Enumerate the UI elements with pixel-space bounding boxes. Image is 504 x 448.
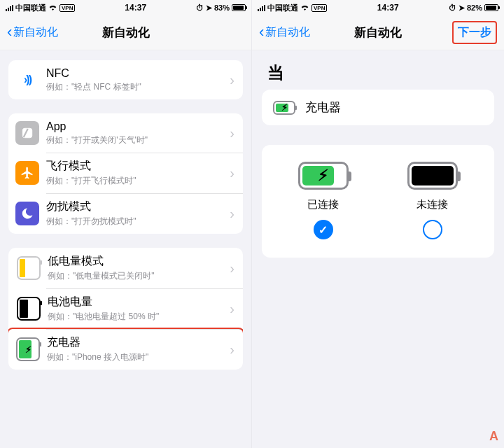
back-label: 新自动化 <box>13 25 58 40</box>
option-label: 未连接 <box>416 198 448 211</box>
battery-text: 83% <box>214 4 230 12</box>
next-button[interactable]: 下一步 <box>452 21 497 44</box>
vpn-badge: VPN <box>59 4 75 12</box>
section-label-when: 当 <box>267 62 504 84</box>
chevron-left-icon: ‹ <box>259 24 264 40</box>
battery-disconnected-icon <box>407 162 458 190</box>
trigger-row-airplane[interactable]: 飞行模式 例如："打开飞行模式时" › <box>8 153 243 193</box>
battery-icon <box>232 4 246 11</box>
chevron-right-icon: › <box>230 125 234 141</box>
row-subtitle: 例如："打开或关闭'天气'时" <box>46 134 230 146</box>
battery-connected-icon: ⚡︎ <box>298 162 349 190</box>
back-button[interactable]: ‹ 新自动化 <box>7 25 58 40</box>
charger-options: ⚡︎ 已连接 ✓ 未连接 <box>262 145 494 258</box>
option-connected[interactable]: ⚡︎ 已连接 ✓ <box>273 162 374 239</box>
chevron-right-icon: › <box>230 72 234 88</box>
carrier-label: 中国联通 <box>267 3 298 13</box>
status-bar: 中国联通 VPN 14:37 ⏱ ➤ 83% <box>0 0 251 15</box>
row-subtitle: 例如："打开勿扰模式时" <box>46 216 230 227</box>
chevron-right-icon: › <box>230 206 234 222</box>
chevron-right-icon: › <box>230 301 234 317</box>
alarm-icon: ⏱ <box>196 4 204 12</box>
row-title: 飞行模式 <box>46 159 230 174</box>
radio-selected-icon[interactable]: ✓ <box>314 220 333 239</box>
row-title: 勿扰模式 <box>46 200 230 214</box>
chevron-right-icon: › <box>230 260 234 276</box>
charger-icon: ⚡︎ <box>273 101 295 115</box>
location-icon: ➤ <box>458 4 465 13</box>
alarm-icon: ⏱ <box>449 4 456 12</box>
row-title: App <box>46 120 230 133</box>
chevron-right-icon: › <box>230 165 234 181</box>
app-icon <box>15 121 39 145</box>
trigger-row-lowpower[interactable]: 低电量模式 例如："低电量模式已关闭时" › <box>8 248 243 288</box>
wifi-icon <box>48 4 57 12</box>
nav-bar: ‹ 新自动化 新自动化 下一步 <box>252 15 504 50</box>
vpn-badge: VPN <box>312 4 327 12</box>
trigger-row-dnd[interactable]: 勿扰模式 例如："打开勿扰模式时" › <box>8 193 243 234</box>
signal-icon <box>258 5 265 11</box>
status-time: 14:37 <box>125 3 146 13</box>
trigger-group: App 例如："打开或关闭'天气'时" › 飞行模式 例如："打开飞行模式时" … <box>8 113 243 234</box>
option-disconnected[interactable]: 未连接 <box>382 162 483 239</box>
signal-icon <box>6 5 13 11</box>
low-power-icon <box>17 256 41 280</box>
nav-bar: ‹ 新自动化 新自动化 <box>0 15 251 50</box>
card-label: 充电器 <box>305 99 341 115</box>
trigger-row-app[interactable]: App 例如："打开或关闭'天气'时" › <box>8 113 243 153</box>
battery-text: 82% <box>467 4 482 12</box>
row-subtitle: 例如："轻点 NFC 标签时" <box>46 81 230 93</box>
trigger-row-battery-level[interactable]: 电池电量 例如："电池电量超过 50% 时" › <box>8 288 243 329</box>
trigger-summary-card: ⚡︎ 充电器 <box>262 90 494 125</box>
row-title: NFC <box>46 67 230 80</box>
row-subtitle: 例如："低电量模式已关闭时" <box>48 270 230 282</box>
dnd-icon <box>15 202 39 225</box>
row-subtitle: 例如："电池电量超过 50% 时" <box>48 311 230 323</box>
airplane-icon <box>15 161 39 185</box>
battery-level-icon <box>17 297 41 321</box>
location-icon: ➤ <box>206 4 212 13</box>
radio-unselected-icon[interactable] <box>423 220 442 239</box>
trigger-group: 低电量模式 例如："低电量模式已关闭时" › 电池电量 例如："电池电量超过 5… <box>8 248 243 370</box>
back-label: 新自动化 <box>265 25 310 40</box>
row-title: 低电量模式 <box>48 254 230 269</box>
phone-left: 中国联通 VPN 14:37 ⏱ ➤ 83% ‹ 新自动化 新自动化 <box>0 0 252 448</box>
trigger-group: ›)) NFC 例如："轻点 NFC 标签时" › <box>8 60 243 99</box>
wifi-icon <box>300 4 309 12</box>
row-title: 电池电量 <box>48 295 230 309</box>
charger-icon: ⚡︎ <box>16 337 40 361</box>
row-title: 充电器 <box>47 335 230 350</box>
status-time: 14:37 <box>377 3 399 13</box>
carrier-label: 中国联通 <box>15 3 46 13</box>
option-label: 已连接 <box>307 198 339 211</box>
row-subtitle: 例如："iPhone 接入电源时" <box>47 351 230 363</box>
chevron-left-icon: ‹ <box>7 24 12 40</box>
nfc-icon: ›)) <box>15 68 39 92</box>
phone-right: 中国联通 VPN 14:37 ⏱ ➤ 82% ‹ 新自动化 新自动化 下一步 当 <box>252 0 504 448</box>
back-button[interactable]: ‹ 新自动化 <box>259 25 310 40</box>
row-subtitle: 例如："打开飞行模式时" <box>46 175 230 187</box>
watermark: A <box>489 429 498 444</box>
chevron-right-icon: › <box>230 342 234 358</box>
status-bar: 中国联通 VPN 14:37 ⏱ ➤ 82% <box>252 0 504 15</box>
trigger-row-charger[interactable]: ⚡︎ 充电器 例如："iPhone 接入电源时" › <box>8 328 243 370</box>
trigger-row-nfc[interactable]: ›)) NFC 例如："轻点 NFC 标签时" › <box>8 60 243 99</box>
battery-icon <box>484 4 498 11</box>
